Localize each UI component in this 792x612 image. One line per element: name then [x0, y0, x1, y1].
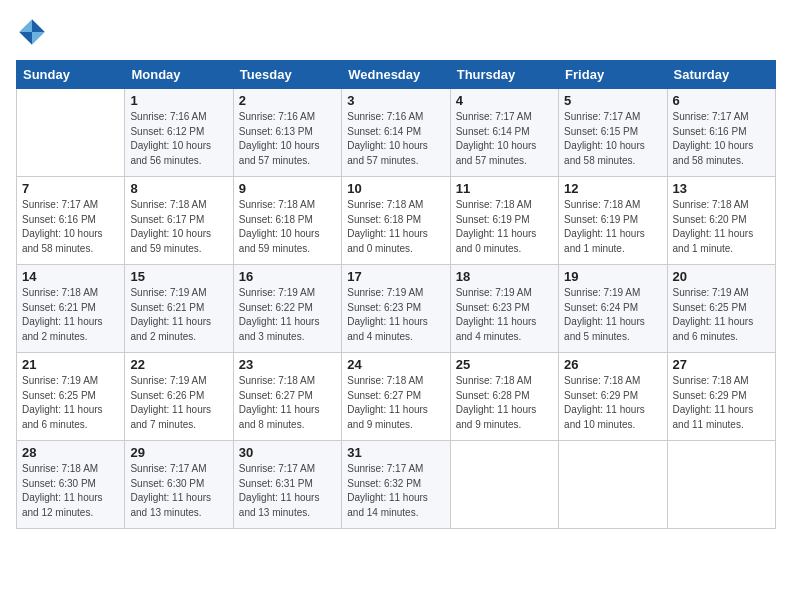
day-info: Sunrise: 7:17 AMSunset: 6:15 PMDaylight:… — [564, 110, 661, 168]
day-info: Sunrise: 7:19 AMSunset: 6:24 PMDaylight:… — [564, 286, 661, 344]
day-info: Sunrise: 7:17 AMSunset: 6:14 PMDaylight:… — [456, 110, 553, 168]
day-number: 7 — [22, 181, 119, 196]
calendar-cell: 11Sunrise: 7:18 AMSunset: 6:19 PMDayligh… — [450, 177, 558, 265]
day-number: 2 — [239, 93, 336, 108]
day-number: 15 — [130, 269, 227, 284]
day-info: Sunrise: 7:18 AMSunset: 6:28 PMDaylight:… — [456, 374, 553, 432]
day-number: 27 — [673, 357, 770, 372]
day-info: Sunrise: 7:17 AMSunset: 6:30 PMDaylight:… — [130, 462, 227, 520]
day-number: 19 — [564, 269, 661, 284]
calendar-header: SundayMondayTuesdayWednesdayThursdayFrid… — [17, 61, 776, 89]
day-info: Sunrise: 7:17 AMSunset: 6:16 PMDaylight:… — [22, 198, 119, 256]
day-number: 22 — [130, 357, 227, 372]
day-info: Sunrise: 7:18 AMSunset: 6:19 PMDaylight:… — [456, 198, 553, 256]
day-number: 20 — [673, 269, 770, 284]
calendar-cell: 24Sunrise: 7:18 AMSunset: 6:27 PMDayligh… — [342, 353, 450, 441]
day-info: Sunrise: 7:18 AMSunset: 6:19 PMDaylight:… — [564, 198, 661, 256]
calendar-week-5: 28Sunrise: 7:18 AMSunset: 6:30 PMDayligh… — [17, 441, 776, 529]
calendar-cell: 29Sunrise: 7:17 AMSunset: 6:30 PMDayligh… — [125, 441, 233, 529]
calendar-cell: 5Sunrise: 7:17 AMSunset: 6:15 PMDaylight… — [559, 89, 667, 177]
calendar-cell: 26Sunrise: 7:18 AMSunset: 6:29 PMDayligh… — [559, 353, 667, 441]
calendar-table: SundayMondayTuesdayWednesdayThursdayFrid… — [16, 60, 776, 529]
day-number: 11 — [456, 181, 553, 196]
logo-icon — [16, 16, 48, 48]
svg-marker-1 — [19, 19, 32, 32]
day-number: 10 — [347, 181, 444, 196]
day-info: Sunrise: 7:18 AMSunset: 6:18 PMDaylight:… — [347, 198, 444, 256]
svg-marker-2 — [19, 32, 32, 45]
day-number: 8 — [130, 181, 227, 196]
day-info: Sunrise: 7:16 AMSunset: 6:12 PMDaylight:… — [130, 110, 227, 168]
calendar-cell: 8Sunrise: 7:18 AMSunset: 6:17 PMDaylight… — [125, 177, 233, 265]
calendar-cell: 6Sunrise: 7:17 AMSunset: 6:16 PMDaylight… — [667, 89, 775, 177]
day-info: Sunrise: 7:18 AMSunset: 6:18 PMDaylight:… — [239, 198, 336, 256]
logo — [16, 16, 52, 48]
day-number: 30 — [239, 445, 336, 460]
day-number: 14 — [22, 269, 119, 284]
day-info: Sunrise: 7:19 AMSunset: 6:25 PMDaylight:… — [22, 374, 119, 432]
calendar-cell — [559, 441, 667, 529]
calendar-cell: 25Sunrise: 7:18 AMSunset: 6:28 PMDayligh… — [450, 353, 558, 441]
calendar-cell: 14Sunrise: 7:18 AMSunset: 6:21 PMDayligh… — [17, 265, 125, 353]
day-info: Sunrise: 7:17 AMSunset: 6:31 PMDaylight:… — [239, 462, 336, 520]
day-info: Sunrise: 7:17 AMSunset: 6:16 PMDaylight:… — [673, 110, 770, 168]
day-header-saturday: Saturday — [667, 61, 775, 89]
day-info: Sunrise: 7:17 AMSunset: 6:32 PMDaylight:… — [347, 462, 444, 520]
calendar-cell: 21Sunrise: 7:19 AMSunset: 6:25 PMDayligh… — [17, 353, 125, 441]
day-info: Sunrise: 7:18 AMSunset: 6:29 PMDaylight:… — [673, 374, 770, 432]
calendar-cell: 13Sunrise: 7:18 AMSunset: 6:20 PMDayligh… — [667, 177, 775, 265]
day-number: 13 — [673, 181, 770, 196]
day-header-wednesday: Wednesday — [342, 61, 450, 89]
day-number: 24 — [347, 357, 444, 372]
day-number: 6 — [673, 93, 770, 108]
day-info: Sunrise: 7:18 AMSunset: 6:20 PMDaylight:… — [673, 198, 770, 256]
day-number: 1 — [130, 93, 227, 108]
day-header-monday: Monday — [125, 61, 233, 89]
calendar-cell: 3Sunrise: 7:16 AMSunset: 6:14 PMDaylight… — [342, 89, 450, 177]
day-number: 9 — [239, 181, 336, 196]
day-number: 28 — [22, 445, 119, 460]
day-number: 17 — [347, 269, 444, 284]
day-info: Sunrise: 7:18 AMSunset: 6:30 PMDaylight:… — [22, 462, 119, 520]
calendar-week-4: 21Sunrise: 7:19 AMSunset: 6:25 PMDayligh… — [17, 353, 776, 441]
calendar-cell — [450, 441, 558, 529]
day-header-sunday: Sunday — [17, 61, 125, 89]
svg-marker-3 — [32, 32, 45, 45]
day-info: Sunrise: 7:18 AMSunset: 6:29 PMDaylight:… — [564, 374, 661, 432]
day-info: Sunrise: 7:16 AMSunset: 6:14 PMDaylight:… — [347, 110, 444, 168]
calendar-cell: 12Sunrise: 7:18 AMSunset: 6:19 PMDayligh… — [559, 177, 667, 265]
calendar-cell: 15Sunrise: 7:19 AMSunset: 6:21 PMDayligh… — [125, 265, 233, 353]
calendar-cell — [667, 441, 775, 529]
calendar-week-2: 7Sunrise: 7:17 AMSunset: 6:16 PMDaylight… — [17, 177, 776, 265]
day-info: Sunrise: 7:19 AMSunset: 6:25 PMDaylight:… — [673, 286, 770, 344]
calendar-cell: 18Sunrise: 7:19 AMSunset: 6:23 PMDayligh… — [450, 265, 558, 353]
calendar-week-1: 1Sunrise: 7:16 AMSunset: 6:12 PMDaylight… — [17, 89, 776, 177]
day-info: Sunrise: 7:18 AMSunset: 6:27 PMDaylight:… — [347, 374, 444, 432]
page-header — [16, 16, 776, 48]
calendar-cell: 23Sunrise: 7:18 AMSunset: 6:27 PMDayligh… — [233, 353, 341, 441]
day-number: 18 — [456, 269, 553, 284]
day-number: 5 — [564, 93, 661, 108]
day-header-tuesday: Tuesday — [233, 61, 341, 89]
calendar-cell: 16Sunrise: 7:19 AMSunset: 6:22 PMDayligh… — [233, 265, 341, 353]
calendar-cell: 30Sunrise: 7:17 AMSunset: 6:31 PMDayligh… — [233, 441, 341, 529]
calendar-cell: 20Sunrise: 7:19 AMSunset: 6:25 PMDayligh… — [667, 265, 775, 353]
calendar-cell — [17, 89, 125, 177]
day-number: 25 — [456, 357, 553, 372]
calendar-cell: 4Sunrise: 7:17 AMSunset: 6:14 PMDaylight… — [450, 89, 558, 177]
calendar-cell: 28Sunrise: 7:18 AMSunset: 6:30 PMDayligh… — [17, 441, 125, 529]
day-number: 26 — [564, 357, 661, 372]
day-number: 29 — [130, 445, 227, 460]
day-number: 3 — [347, 93, 444, 108]
day-info: Sunrise: 7:19 AMSunset: 6:26 PMDaylight:… — [130, 374, 227, 432]
calendar-cell: 22Sunrise: 7:19 AMSunset: 6:26 PMDayligh… — [125, 353, 233, 441]
day-number: 16 — [239, 269, 336, 284]
day-number: 21 — [22, 357, 119, 372]
day-info: Sunrise: 7:19 AMSunset: 6:22 PMDaylight:… — [239, 286, 336, 344]
day-number: 31 — [347, 445, 444, 460]
svg-marker-0 — [32, 19, 45, 32]
calendar-cell: 2Sunrise: 7:16 AMSunset: 6:13 PMDaylight… — [233, 89, 341, 177]
day-header-thursday: Thursday — [450, 61, 558, 89]
day-info: Sunrise: 7:16 AMSunset: 6:13 PMDaylight:… — [239, 110, 336, 168]
day-info: Sunrise: 7:18 AMSunset: 6:27 PMDaylight:… — [239, 374, 336, 432]
